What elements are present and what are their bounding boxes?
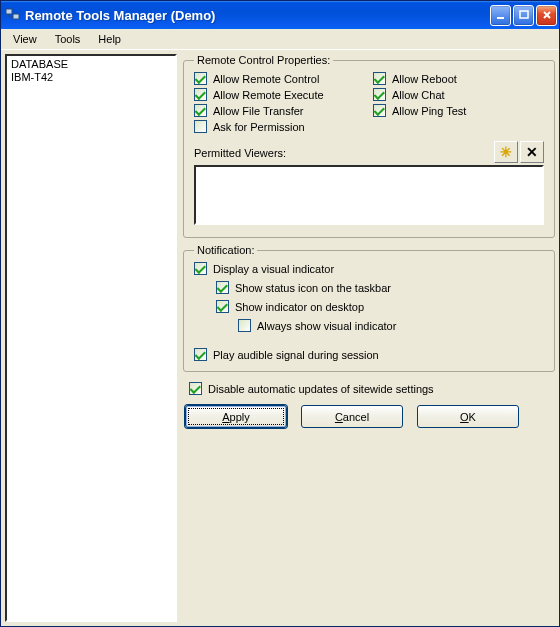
svg-rect-1 (13, 14, 19, 19)
permitted-viewers-label: Permitted Viewers: (194, 146, 286, 159)
checkbox-icon (373, 72, 386, 85)
checkbox-icon (194, 348, 207, 361)
chk-label: Allow File Transfer (213, 105, 303, 117)
chk-allow-ping-test[interactable]: Allow Ping Test (373, 104, 544, 117)
chk-always-show[interactable]: Always show visual indicator (238, 319, 544, 332)
delete-x-icon: ✕ (526, 144, 538, 160)
properties-pane: Remote Control Properties: Allow Remote … (183, 54, 555, 622)
group-remote-legend: Remote Control Properties: (194, 54, 333, 66)
chk-ask-permission[interactable]: Ask for Permission (194, 120, 365, 133)
minimize-button[interactable] (490, 5, 511, 26)
svg-rect-5 (520, 11, 528, 18)
menu-tools[interactable]: Tools (47, 31, 89, 47)
btn-label-rest: pply (230, 411, 250, 423)
chk-label: Play audible signal during session (213, 349, 379, 361)
list-item[interactable]: DATABASE (11, 58, 171, 71)
chk-label: Always show visual indicator (257, 320, 396, 332)
maximize-button[interactable] (513, 5, 534, 26)
cancel-button[interactable]: Cancel (301, 405, 403, 428)
checkbox-icon (194, 72, 207, 85)
checkbox-icon (373, 88, 386, 101)
close-button[interactable] (536, 5, 557, 26)
btn-label-rest: ancel (343, 411, 369, 423)
list-item[interactable]: IBM-T42 (11, 71, 171, 84)
chk-allow-remote-execute[interactable]: Allow Remote Execute (194, 88, 365, 101)
chk-label: Show status icon on the taskbar (235, 282, 391, 294)
window-title: Remote Tools Manager (Demo) (25, 8, 490, 23)
client-area: DATABASE IBM-T42 Remote Control Properti… (1, 50, 559, 626)
chk-label: Ask for Permission (213, 121, 305, 133)
chk-taskbar-icon[interactable]: Show status icon on the taskbar (216, 281, 544, 294)
checkbox-icon (216, 281, 229, 294)
dialog-buttons: Apply Cancel OK (183, 403, 555, 432)
ok-button[interactable]: OK (417, 405, 519, 428)
menu-help[interactable]: Help (90, 31, 129, 47)
menu-view[interactable]: View (5, 31, 45, 47)
checkbox-icon (194, 262, 207, 275)
mnemonic: A (222, 411, 229, 423)
chk-indicator-desktop[interactable]: Show indicator on desktop (216, 300, 544, 313)
checkbox-icon (216, 300, 229, 313)
checkbox-icon (194, 88, 207, 101)
svg-rect-4 (497, 17, 504, 19)
titlebar[interactable]: Remote Tools Manager (Demo) (1, 1, 559, 29)
chk-label: Allow Ping Test (392, 105, 466, 117)
mnemonic: O (460, 411, 469, 423)
chk-visual-indicator[interactable]: Display a visual indicator (194, 262, 544, 275)
chk-allow-chat[interactable]: Allow Chat (373, 88, 544, 101)
chk-label: Allow Reboot (392, 73, 457, 85)
checkbox-icon (194, 104, 207, 117)
mnemonic: C (335, 411, 343, 423)
computer-list[interactable]: DATABASE IBM-T42 (5, 54, 177, 622)
menubar: View Tools Help (1, 29, 559, 50)
group-remote-control: Remote Control Properties: Allow Remote … (183, 54, 555, 238)
group-notification: Notification: Display a visual indicator… (183, 244, 555, 372)
btn-label-rest: K (469, 411, 476, 423)
sparkle-new-icon: ✳ (500, 144, 512, 160)
checkbox-icon (373, 104, 386, 117)
svg-rect-0 (6, 9, 12, 14)
add-viewer-button[interactable]: ✳ (494, 141, 518, 163)
apply-button[interactable]: Apply (185, 405, 287, 428)
chk-allow-file-transfer[interactable]: Allow File Transfer (194, 104, 365, 117)
remove-viewer-button[interactable]: ✕ (520, 141, 544, 163)
chk-label: Allow Remote Execute (213, 89, 324, 101)
chk-label: Show indicator on desktop (235, 301, 364, 313)
chk-audible-signal[interactable]: Play audible signal during session (194, 348, 544, 361)
chk-label: Allow Remote Control (213, 73, 319, 85)
chk-allow-reboot[interactable]: Allow Reboot (373, 72, 544, 85)
checkbox-icon (194, 120, 207, 133)
chk-label: Disable automatic updates of sitewide se… (208, 383, 434, 395)
chk-label: Display a visual indicator (213, 263, 334, 275)
permitted-viewers-list[interactable] (194, 165, 544, 225)
window-buttons (490, 5, 557, 26)
chk-disable-sitewide-updates[interactable]: Disable automatic updates of sitewide se… (189, 382, 434, 395)
chk-label: Allow Chat (392, 89, 445, 101)
checkbox-icon (189, 382, 202, 395)
chk-allow-remote-control[interactable]: Allow Remote Control (194, 72, 365, 85)
checkbox-icon (238, 319, 251, 332)
app-window: Remote Tools Manager (Demo) View Tools H… (0, 0, 560, 627)
group-notification-legend: Notification: (194, 244, 257, 256)
app-icon (5, 7, 21, 23)
